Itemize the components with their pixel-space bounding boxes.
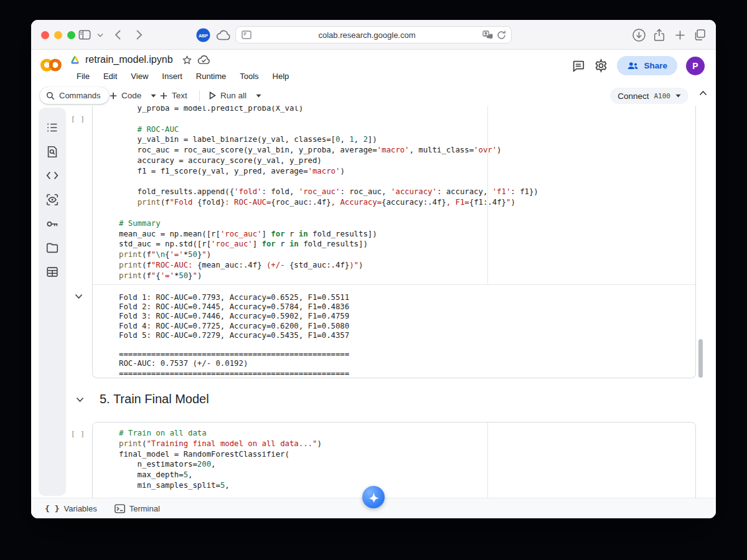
code-content[interactable]: y_proba = model.predict_proba(X_val) # R… bbox=[93, 106, 695, 281]
code-line[interactable]: # ROC-AUC bbox=[119, 124, 695, 135]
terminal-panel-button[interactable]: Terminal bbox=[115, 504, 160, 513]
notebook-toolbar: Commands Code Text Run all Connect A100 bbox=[31, 86, 716, 106]
terminal-label: Terminal bbox=[129, 504, 160, 513]
share-button[interactable]: Share bbox=[617, 56, 677, 75]
back-button[interactable] bbox=[115, 20, 121, 50]
commands-button[interactable]: Commands bbox=[40, 87, 109, 104]
code-line[interactable]: mean_auc = np.mean([r['roc_auc'] for r i… bbox=[119, 229, 695, 240]
code-cell[interactable]: y_proba = model.predict_proba(X_val) # R… bbox=[92, 106, 696, 378]
tab-overview-icon[interactable] bbox=[693, 20, 706, 50]
code-line[interactable]: y_proba = model.predict_proba(X_val) bbox=[119, 106, 695, 114]
code-line[interactable]: print(f"ROC-AUC: {mean_auc:.4f} (+/- {st… bbox=[119, 260, 695, 271]
notebook-filename[interactable]: retrain_model.ipynb bbox=[85, 54, 173, 65]
translate-icon[interactable] bbox=[482, 30, 493, 39]
code-line[interactable]: std_auc = np.std([r['roc_auc'] for r in … bbox=[119, 239, 695, 250]
notebook-scrollbar-thumb[interactable] bbox=[698, 339, 703, 378]
column-ruler bbox=[487, 422, 488, 498]
code-line[interactable]: final_model = RandomForestClassifier( bbox=[119, 449, 695, 460]
cell-run-gutter[interactable]: [ ] bbox=[71, 115, 85, 123]
code-editor[interactable]: # Train on all dataprint("Training final… bbox=[93, 422, 695, 498]
code-line[interactable]: print(f"{'='*50}") bbox=[119, 271, 695, 281]
connect-label: Connect bbox=[618, 91, 649, 101]
variables-label: Variables bbox=[63, 504, 96, 513]
section-heading[interactable]: 5. Train Final Model bbox=[100, 392, 209, 406]
add-text-button[interactable]: Text bbox=[160, 87, 187, 104]
code-line[interactable]: print(f"\n{'='*50}") bbox=[119, 250, 695, 260]
commands-label: Commands bbox=[59, 91, 100, 100]
variable-inspector-icon[interactable] bbox=[45, 193, 59, 207]
settings-gear-icon[interactable] bbox=[594, 58, 608, 73]
sidebar-toggle-icon[interactable] bbox=[78, 20, 91, 50]
code-snippets-icon[interactable] bbox=[45, 169, 59, 182]
tab-group-chevron-icon[interactable] bbox=[97, 20, 103, 50]
code-line[interactable]: print("Training final model on all data.… bbox=[119, 439, 695, 449]
icloud-icon[interactable] bbox=[216, 20, 231, 50]
output-collapse-chevron[interactable] bbox=[75, 294, 83, 299]
menu-file[interactable]: File bbox=[71, 70, 95, 82]
menu-runtime[interactable]: Runtime bbox=[190, 70, 232, 82]
new-tab-icon[interactable] bbox=[675, 20, 685, 50]
code-line[interactable] bbox=[119, 114, 695, 124]
find-in-document-icon[interactable] bbox=[45, 145, 59, 159]
menu-view[interactable]: View bbox=[125, 70, 154, 82]
menu-tools[interactable]: Tools bbox=[234, 70, 264, 82]
cloud-saved-icon[interactable] bbox=[197, 55, 210, 65]
code-line[interactable]: # Summary bbox=[119, 218, 695, 229]
table-of-contents-icon[interactable] bbox=[45, 121, 59, 134]
code-line[interactable]: y_val_bin = label_binarize(y_val, classe… bbox=[119, 134, 695, 145]
code-line[interactable]: roc_auc = roc_auc_score(y_val_bin, y_pro… bbox=[119, 145, 695, 156]
collapse-header-button[interactable] bbox=[699, 90, 707, 96]
star-icon[interactable] bbox=[182, 55, 192, 65]
code-line[interactable]: n_estimators=200, bbox=[119, 459, 695, 470]
account-avatar[interactable]: P bbox=[686, 57, 705, 75]
adblock-badge-icon[interactable]: ABP bbox=[196, 20, 210, 50]
code-line[interactable]: min_samples_split=5, bbox=[119, 480, 695, 491]
close-window-button[interactable] bbox=[41, 31, 49, 39]
gemini-spark-button[interactable] bbox=[362, 486, 385, 508]
code-line[interactable]: accuracy = accuracy_score(y_val, y_pred) bbox=[119, 156, 695, 166]
connect-button[interactable]: Connect A100 bbox=[610, 88, 688, 104]
desktop-background: ABP colab.research.google.com bbox=[0, 0, 747, 560]
variables-panel-button[interactable]: { } Variables bbox=[45, 504, 97, 513]
code-line[interactable]: print(f"Fold {fold}: ROC-AUC={roc_auc:.4… bbox=[119, 197, 695, 208]
reload-icon[interactable] bbox=[497, 30, 506, 40]
chevron-down-icon bbox=[675, 94, 681, 98]
data-table-icon[interactable] bbox=[45, 265, 59, 279]
comments-icon[interactable] bbox=[571, 59, 585, 73]
braces-icon: { } bbox=[45, 504, 59, 513]
forward-button[interactable] bbox=[136, 20, 143, 50]
menu-insert[interactable]: Insert bbox=[156, 70, 188, 82]
files-folder-icon[interactable] bbox=[45, 241, 59, 254]
terminal-icon bbox=[115, 504, 125, 513]
url-bar[interactable]: colab.research.google.com bbox=[235, 26, 512, 44]
add-text-label: Text bbox=[172, 91, 187, 100]
page-settings-icon[interactable] bbox=[242, 30, 251, 39]
search-icon bbox=[46, 91, 55, 100]
code-editor[interactable]: y_proba = model.predict_proba(X_val) # R… bbox=[93, 106, 695, 285]
secrets-key-icon[interactable] bbox=[45, 217, 59, 231]
run-all-label: Run all bbox=[220, 91, 247, 100]
zoom-window-button[interactable] bbox=[67, 31, 75, 39]
code-line[interactable] bbox=[119, 177, 695, 187]
code-line[interactable]: max_depth=5, bbox=[119, 470, 695, 480]
cell-run-gutter[interactable]: [ ] bbox=[71, 430, 85, 438]
code-line[interactable]: # Train on all data bbox=[119, 428, 695, 439]
code-line[interactable]: fold_results.append({'fold': fold, 'roc_… bbox=[119, 187, 695, 197]
share-page-icon[interactable] bbox=[654, 20, 665, 50]
menu-help[interactable]: Help bbox=[267, 70, 295, 82]
downloads-icon[interactable] bbox=[632, 20, 646, 50]
play-icon bbox=[209, 91, 216, 100]
run-all-button[interactable]: Run all bbox=[209, 87, 261, 104]
section-collapse-chevron[interactable] bbox=[76, 397, 84, 403]
code-line[interactable] bbox=[119, 208, 695, 218]
minimize-window-button[interactable] bbox=[54, 31, 62, 39]
chevron-down-icon bbox=[151, 94, 156, 98]
menu-edit[interactable]: Edit bbox=[98, 70, 123, 82]
colab-logo-icon[interactable] bbox=[40, 57, 62, 73]
code-cell[interactable]: # Train on all dataprint("Training final… bbox=[92, 422, 696, 498]
traffic-lights bbox=[41, 31, 75, 39]
cell-output: Fold 1: ROC-AUC=0.7793, Accuracy=0.6525,… bbox=[93, 287, 349, 378]
add-code-button[interactable]: Code bbox=[110, 87, 156, 104]
code-content[interactable]: # Train on all dataprint("Training final… bbox=[93, 428, 695, 491]
code-line[interactable]: f1 = f1_score(y_val, y_pred, average='ma… bbox=[119, 166, 695, 177]
